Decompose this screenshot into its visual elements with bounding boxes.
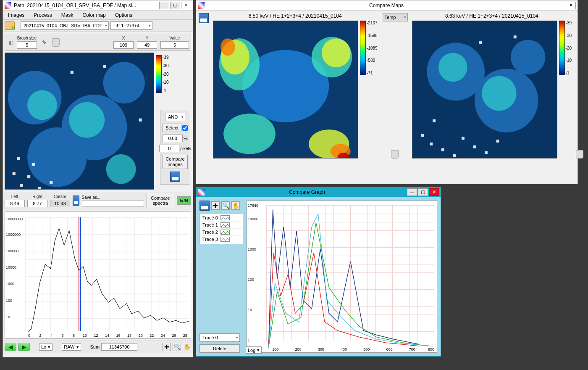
cb-tick: -1089 [367, 46, 378, 50]
crosshair-icon[interactable]: ✚ [163, 343, 171, 351]
percent-input[interactable] [163, 135, 183, 142]
cb-tick: -39 [163, 55, 168, 60]
logic-dropdown[interactable]: AND [165, 113, 185, 121]
close-button[interactable]: ✕ [181, 2, 191, 9]
app-icon [5, 2, 11, 9]
brush-size-input[interactable] [17, 41, 37, 49]
zoom-icon[interactable]: 🔍 [221, 201, 230, 210]
menu-mask[interactable]: Mask [58, 11, 77, 19]
svg-rect-12 [50, 181, 52, 184]
minimize-button[interactable]: — [407, 188, 417, 196]
svg-rect-37 [441, 148, 444, 151]
compare-images-button[interactable]: Compare images [163, 155, 187, 169]
detector-dropdown-label: HE 1+2+3+4 [113, 23, 139, 28]
svg-rect-44 [513, 35, 516, 38]
saveas-label: Save as... [82, 195, 144, 200]
menu-process[interactable]: Process [30, 11, 55, 19]
zoom-icon[interactable]: 🔍 [173, 343, 181, 351]
x-input[interactable] [113, 41, 134, 49]
cursor-input[interactable] [50, 200, 70, 207]
app-icon [198, 189, 205, 196]
svg-point-7 [106, 154, 136, 184]
ixn-button[interactable]: Ix/N [177, 196, 191, 205]
menu-options[interactable]: Options [112, 11, 136, 19]
open-folder-icon[interactable] [5, 21, 15, 30]
temp-dropdown[interactable]: Temp [382, 13, 408, 21]
cb-tick: -1598 [367, 33, 378, 38]
pixels-unit: pixels [180, 146, 191, 151]
trace-label: Tracé 2 [202, 230, 218, 235]
save-graph-icon[interactable] [200, 201, 210, 211]
svg-point-32 [510, 40, 545, 75]
cb-tick: -30 [163, 63, 168, 68]
select-button[interactable]: Select [163, 124, 181, 132]
tool-pencil-icon[interactable]: ✎ [40, 38, 49, 47]
raw-select[interactable]: RAW ▾ [62, 344, 81, 351]
select-checkbox[interactable] [182, 125, 188, 131]
pan-icon[interactable]: ✋ [231, 201, 240, 210]
maximize-button[interactable]: ▢ [170, 2, 180, 9]
left-input[interactable] [5, 200, 25, 207]
svg-rect-14 [32, 163, 35, 166]
svg-point-27 [220, 38, 235, 56]
save-map-icon[interactable] [170, 172, 180, 182]
trace-row[interactable]: Tracé 0 [201, 214, 242, 222]
minimize-button[interactable]: — [159, 2, 169, 9]
trash-a-icon[interactable] [391, 150, 399, 159]
spectrum-plot[interactable]: 10000000 1000000 100000 10000 1000 100 1… [5, 211, 191, 339]
pixels-input[interactable] [159, 145, 179, 152]
menu-images[interactable]: Images [5, 11, 28, 19]
compare-spectra-button[interactable]: Compare spectra [147, 194, 174, 207]
value-input[interactable] [160, 41, 189, 49]
trace-label: Tracé 0 [202, 215, 218, 220]
y-input[interactable] [137, 41, 157, 49]
save-comparemaps-icon[interactable] [199, 13, 209, 23]
map-canvas-main[interactable] [5, 53, 154, 190]
cb-tick: -2107 [367, 21, 378, 25]
right-input[interactable] [27, 200, 47, 207]
right-label: Right [32, 194, 42, 199]
menu-colormap[interactable]: Color map [79, 11, 109, 19]
map-b-canvas[interactable] [412, 21, 557, 159]
path-dropdown[interactable]: 20210415_0104_OBJ_SRV_IBA_EDF [21, 21, 109, 30]
cb-tick: -39 [566, 21, 572, 25]
svg-rect-41 [485, 151, 488, 154]
detector-dropdown[interactable]: HE 1+2+3+4 [110, 21, 152, 30]
svg-point-4 [27, 127, 87, 187]
svg-rect-40 [473, 145, 476, 148]
cb-tick: -1 [163, 88, 168, 93]
svg-rect-17 [139, 119, 142, 122]
raw-label: RAW [64, 344, 74, 349]
log-select[interactable]: Log ▾ [246, 346, 262, 354]
saveas-input[interactable] [82, 201, 144, 206]
delete-button[interactable]: Delete [200, 344, 240, 353]
cb-tick: -580 [367, 58, 378, 63]
path-dropdown-label: 20210415_0104_OBJ_SRV_IBA_EDF [24, 23, 102, 28]
svg-rect-16 [103, 65, 106, 68]
trace-select[interactable]: Tracé 0 [200, 333, 240, 342]
saveas-disk-icon[interactable] [73, 196, 79, 206]
trash-b-icon[interactable] [576, 150, 583, 159]
trace-row[interactable]: Tracé 2 [201, 229, 242, 236]
prev-button[interactable]: ◀ [5, 343, 16, 351]
compare-graph-plot[interactable]: 17649 10000 1000 100 10 1 100 200 300 40… [247, 201, 437, 353]
logic-label: AND [168, 114, 178, 119]
cb-tick: -71 [367, 71, 378, 75]
close-button[interactable]: ✕ [566, 2, 576, 9]
pan-icon[interactable]: ✋ [183, 343, 191, 351]
trace-row[interactable]: Tracé 3 [201, 236, 242, 243]
close-button[interactable]: ✕ [429, 188, 439, 196]
next-button[interactable]: ▶ [18, 343, 30, 351]
svg-rect-9 [20, 184, 23, 187]
y-label: Y [146, 36, 149, 40]
svg-rect-13 [17, 157, 20, 160]
trace-row[interactable]: Tracé 1 [201, 222, 242, 229]
tool-trash-icon[interactable] [52, 38, 60, 47]
colorbar-b [559, 21, 565, 75]
map-a-canvas[interactable] [213, 21, 358, 159]
crosshair-icon[interactable]: ✚ [211, 201, 220, 210]
maximize-button[interactable]: ▢ [418, 188, 428, 196]
svg-point-5 [27, 90, 57, 120]
lo-select[interactable]: Lo ▾ [39, 344, 52, 351]
svg-point-22 [223, 114, 276, 154]
